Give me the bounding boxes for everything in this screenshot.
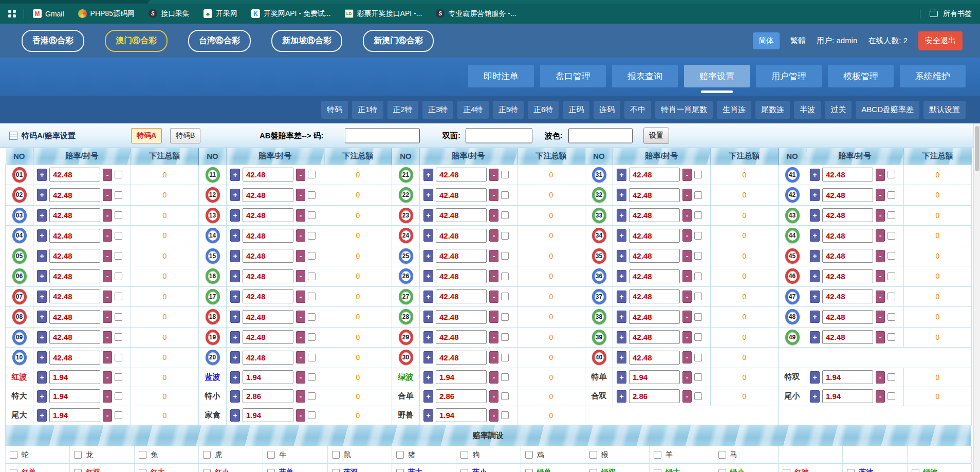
zodiac-checkbox[interactable] — [139, 451, 146, 459]
bookmark-item-2[interactable]: S接口采集 — [149, 9, 190, 19]
odds-decrease-button[interactable]: - — [296, 291, 305, 303]
seal-checkbox[interactable] — [115, 392, 122, 400]
odds-decrease-button[interactable]: - — [876, 209, 885, 222]
odds-increase-button[interactable]: + — [617, 311, 626, 323]
odds-decrease-button[interactable]: - — [103, 409, 112, 422]
seal-checkbox[interactable] — [115, 313, 122, 321]
odds-input[interactable] — [436, 269, 487, 283]
odds-decrease-button[interactable]: - — [296, 311, 305, 323]
odds-decrease-button[interactable]: - — [103, 371, 112, 384]
lottery-tab-0[interactable]: 香港⑥合彩 — [22, 30, 84, 52]
odds-decrease-button[interactable]: - — [682, 351, 692, 364]
color-option-checkbox[interactable] — [396, 469, 404, 472]
odds-increase-button[interactable]: + — [423, 409, 433, 422]
odds-increase-button[interactable]: + — [617, 331, 626, 343]
odds-decrease-button[interactable]: - — [489, 270, 498, 282]
odds-input[interactable] — [436, 408, 487, 422]
color-option-checkbox[interactable] — [203, 469, 211, 472]
seal-checkbox[interactable] — [308, 354, 316, 361]
odds-decrease-button[interactable]: - — [876, 250, 885, 262]
odds-increase-button[interactable]: + — [230, 311, 240, 323]
bookmark-item-5[interactable]: LD彩票开奖接口API -... — [345, 9, 422, 19]
odds-decrease-button[interactable]: - — [489, 409, 498, 422]
odds-decrease-button[interactable]: - — [489, 169, 498, 181]
seal-checkbox[interactable] — [694, 232, 702, 240]
seal-checkbox[interactable] — [501, 211, 509, 219]
seal-checkbox[interactable] — [115, 171, 122, 178]
odds-decrease-button[interactable]: - — [296, 409, 305, 422]
odds-decrease-button[interactable]: - — [103, 331, 112, 343]
odds-decrease-button[interactable]: - — [489, 351, 498, 364]
odds-input[interactable] — [49, 229, 100, 243]
seal-checkbox[interactable] — [694, 211, 702, 219]
odds-input[interactable] — [49, 370, 100, 384]
odds-input[interactable] — [243, 168, 293, 181]
odds-input[interactable] — [49, 168, 100, 181]
odds-input[interactable] — [49, 351, 100, 365]
submenu-item-8[interactable]: 连码 — [594, 101, 620, 119]
odds-decrease-button[interactable]: - — [682, 169, 692, 181]
odds-increase-button[interactable]: + — [810, 311, 820, 323]
odds-increase-button[interactable]: + — [810, 270, 820, 282]
seal-checkbox[interactable] — [501, 232, 509, 240]
odds-input[interactable] — [436, 168, 487, 181]
seal-checkbox[interactable] — [694, 313, 702, 321]
seal-checkbox[interactable] — [308, 313, 316, 321]
seal-checkbox[interactable] — [887, 313, 895, 321]
submenu-item-2[interactable]: 正2特 — [387, 101, 418, 119]
odds-decrease-button[interactable]: - — [876, 371, 885, 384]
zodiac-checkbox[interactable] — [460, 451, 468, 459]
odds-increase-button[interactable]: + — [37, 311, 47, 323]
odds-input[interactable] — [49, 289, 100, 303]
odds-input[interactable] — [629, 389, 680, 403]
color-option-checkbox[interactable] — [139, 469, 146, 472]
color-option-checkbox[interactable] — [589, 469, 597, 472]
odds-input[interactable] — [822, 370, 873, 384]
odds-increase-button[interactable]: + — [617, 169, 626, 181]
seal-checkbox[interactable] — [308, 232, 316, 240]
seal-checkbox[interactable] — [887, 293, 895, 300]
menu-item-2[interactable]: 报表查询 — [612, 65, 678, 87]
submenu-item-3[interactable]: 正3特 — [422, 101, 453, 119]
seal-checkbox[interactable] — [694, 392, 702, 400]
color-option-checkbox[interactable] — [10, 469, 17, 472]
color-option-checkbox[interactable] — [912, 469, 919, 472]
odds-decrease-button[interactable]: - — [682, 390, 692, 403]
submenu-item-15[interactable]: ABCD盘赔率差 — [856, 101, 919, 119]
zodiac-checkbox[interactable] — [654, 451, 661, 459]
zodiac-checkbox[interactable] — [718, 451, 726, 459]
odds-increase-button[interactable]: + — [810, 229, 820, 242]
odds-increase-button[interactable]: + — [37, 229, 47, 242]
odds-input[interactable] — [822, 168, 873, 181]
zodiac-checkbox[interactable] — [267, 451, 275, 459]
seal-checkbox[interactable] — [887, 252, 895, 260]
odds-input[interactable] — [49, 389, 100, 403]
odds-decrease-button[interactable]: - — [489, 250, 498, 262]
odds-increase-button[interactable]: + — [810, 189, 820, 201]
odds-increase-button[interactable]: + — [230, 371, 240, 384]
odds-decrease-button[interactable]: - — [682, 270, 692, 282]
submenu-item-7[interactable]: 正码 — [563, 101, 589, 119]
odds-increase-button[interactable]: + — [230, 351, 240, 364]
odds-input[interactable] — [629, 310, 680, 324]
odds-input[interactable] — [822, 249, 873, 263]
odds-input[interactable] — [436, 249, 487, 263]
odds-increase-button[interactable]: + — [230, 291, 240, 303]
seal-checkbox[interactable] — [887, 333, 895, 341]
lottery-tab-2[interactable]: 台湾⑥合彩 — [188, 30, 251, 52]
odds-increase-button[interactable]: + — [810, 291, 820, 303]
seal-checkbox[interactable] — [308, 171, 316, 178]
odds-input[interactable] — [243, 289, 293, 303]
seal-checkbox[interactable] — [115, 252, 122, 260]
submenu-item-9[interactable]: 不中 — [624, 101, 651, 119]
odds-increase-button[interactable]: + — [37, 351, 47, 364]
odds-input[interactable] — [822, 389, 873, 403]
odds-increase-button[interactable]: + — [617, 209, 626, 222]
menu-item-6[interactable]: 系统维护 — [900, 65, 966, 87]
odds-increase-button[interactable]: + — [423, 250, 433, 262]
lottery-tab-3[interactable]: 新加坡⑥合彩 — [271, 30, 342, 52]
odds-decrease-button[interactable]: - — [103, 250, 112, 262]
odds-decrease-button[interactable]: - — [296, 169, 305, 181]
odds-input[interactable] — [243, 310, 293, 324]
bookmark-item-4[interactable]: K开奖网API - 免费试... — [251, 9, 331, 19]
